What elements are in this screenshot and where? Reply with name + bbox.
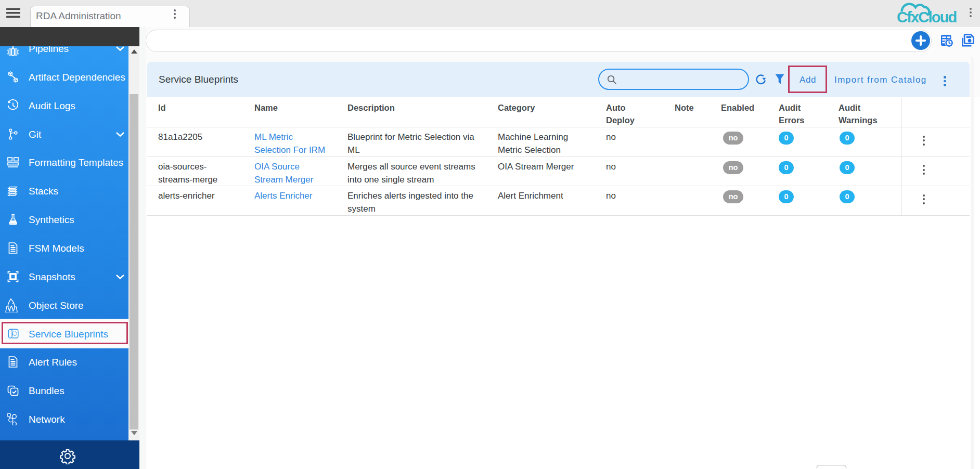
svg-text:CfxCloud: CfxCloud	[897, 9, 957, 25]
